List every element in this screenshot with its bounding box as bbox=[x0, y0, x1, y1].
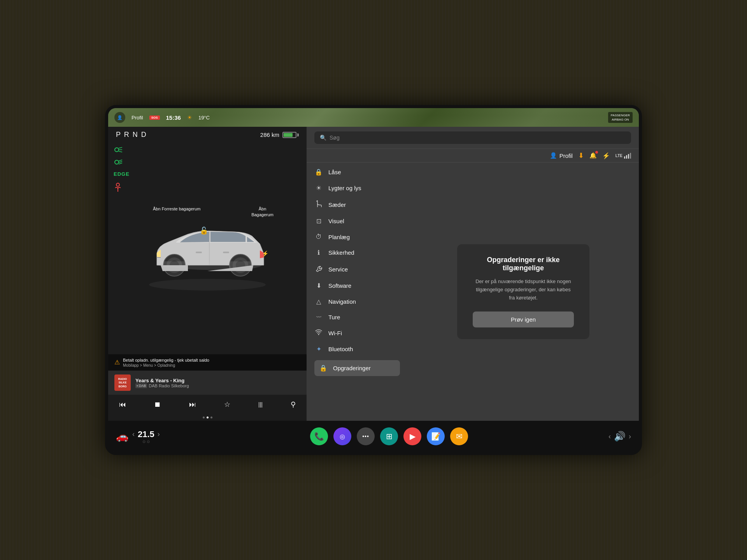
taskbar: 🚗 ‹ 21.5 › ⊙ ⊙ 📞 ◎ ••• bbox=[108, 421, 639, 452]
music-title: Years & Years - King bbox=[135, 378, 300, 383]
visuel-icon: ⊡ bbox=[314, 217, 323, 225]
eq-button[interactable]: ||| bbox=[255, 400, 266, 409]
car-status-icon[interactable]: 🚗 bbox=[116, 430, 128, 443]
saeder-label: Sæder bbox=[328, 201, 346, 208]
taskbar-center: 📞 ◎ ••• ⊞ ▶ 📝 ✉ bbox=[194, 427, 584, 445]
sos-badge: SOS bbox=[149, 116, 160, 120]
saeder-icon bbox=[314, 200, 323, 209]
wifi-icon bbox=[314, 329, 323, 337]
tidal-button[interactable]: ◎ bbox=[333, 427, 351, 445]
next-button[interactable]: ⏭ bbox=[186, 399, 199, 410]
temp-value: 21.5 bbox=[138, 429, 154, 439]
warning-text: Betalt opladn. utilgængelig - tjek ubeta… bbox=[123, 357, 209, 363]
vol-icon[interactable]: 🔊 bbox=[614, 431, 626, 442]
dot-1 bbox=[203, 416, 205, 418]
lygter-label: Lygter og lys bbox=[328, 185, 361, 191]
search-placeholder: Søg bbox=[330, 135, 340, 141]
warning-content: Betalt opladn. utilgængelig - tjek ubeta… bbox=[123, 357, 209, 368]
temp-control: ‹ 21.5 › ⊙ ⊙ bbox=[132, 429, 160, 444]
navigation-icon: △ bbox=[314, 298, 323, 305]
profile-bar: 👤 Profil ⬇ 🔔 ⚡ LTE bbox=[307, 149, 639, 163]
software-icon: ⬇ bbox=[314, 282, 323, 289]
profile-user-icon: 👤 bbox=[550, 152, 557, 159]
screen-button[interactable]: ⊞ bbox=[380, 427, 398, 445]
menu-item-service[interactable]: Service bbox=[307, 261, 408, 278]
lock-icon[interactable]: 🔓 bbox=[200, 226, 208, 235]
seat-icon-left: ⊙ bbox=[142, 439, 146, 444]
menu-item-bluetooth[interactable]: ✦ Bluetooth bbox=[307, 341, 408, 357]
service-label: Service bbox=[328, 266, 348, 273]
music-bar: RADIOSILKEBORG Years & Years - King ▪ DA… bbox=[108, 371, 307, 395]
download-icon: ⬇ bbox=[578, 151, 584, 160]
phone-icon: 📞 bbox=[314, 432, 324, 441]
front-trunk-label[interactable]: Åbn Forreste bagagerum bbox=[153, 206, 200, 212]
menu-item-visuel[interactable]: ⊡ Visuel bbox=[307, 213, 408, 229]
wifi-label: Wi-Fi bbox=[328, 330, 342, 336]
search-music-button[interactable]: ⚲ bbox=[288, 399, 299, 410]
bluetooth-menu-icon: ✦ bbox=[314, 345, 323, 353]
menu-item-lygter[interactable]: ☀ Lygter og lys bbox=[307, 180, 408, 196]
lte-signal: LTE bbox=[615, 153, 631, 159]
menu-item-planlaeg[interactable]: ⏱ Planlæg bbox=[307, 229, 408, 245]
time-display: 15:36 bbox=[166, 114, 181, 121]
menu-item-saeder[interactable]: Sæder bbox=[307, 196, 408, 213]
search-bar-container: 🔍 Søg bbox=[307, 127, 639, 149]
battery-tip bbox=[297, 133, 299, 136]
favorite-button[interactable]: ☆ bbox=[221, 399, 233, 410]
battery-icon bbox=[282, 132, 299, 138]
menu-item-laase[interactable]: 🔒 Låse bbox=[307, 164, 408, 180]
temp-display: 19°C bbox=[198, 115, 210, 121]
vol-arrow-right[interactable]: › bbox=[629, 432, 631, 441]
menu-item-ture[interactable]: 〰 Ture bbox=[307, 310, 408, 325]
taskbar-right: ‹ 🔊 › bbox=[584, 431, 631, 442]
seat-icon-right: ⊙ bbox=[147, 439, 150, 444]
signal-bars bbox=[624, 153, 631, 159]
youtube-button[interactable]: ▶ bbox=[403, 427, 421, 445]
notes-button[interactable]: 📝 bbox=[427, 427, 445, 445]
phone-button[interactable]: 📞 bbox=[310, 427, 328, 445]
dot-3 bbox=[210, 416, 212, 418]
svg-rect-19 bbox=[223, 252, 229, 253]
laase-label: Låse bbox=[328, 169, 341, 175]
vol-arrow-left[interactable]: ‹ bbox=[608, 432, 611, 441]
right-panel: 🔍 Søg 👤 Profil ⬇ 🔔 ⚡ LTE bbox=[307, 127, 639, 421]
menu-item-software[interactable]: ⬇ Software bbox=[307, 278, 408, 294]
prev-button[interactable]: ⏮ bbox=[116, 399, 129, 410]
menu-item-wifi[interactable]: Wi-Fi bbox=[307, 325, 408, 341]
youtube-icon: ▶ bbox=[410, 432, 416, 441]
lock-menu-icon: 🔒 bbox=[314, 168, 323, 176]
taskbar-left: 🚗 ‹ 21.5 › ⊙ ⊙ bbox=[116, 429, 194, 444]
battery-fill bbox=[284, 133, 293, 137]
signal-bar-2 bbox=[626, 155, 627, 159]
profile-label[interactable]: 👤 Profil bbox=[550, 152, 573, 159]
retry-button[interactable]: Prøv igen bbox=[473, 312, 574, 327]
temp-arrow-right[interactable]: › bbox=[158, 430, 160, 438]
music-controls: ⏮ ⏹ ⏭ ☆ ||| ⚲ bbox=[108, 395, 307, 414]
dots-icon: ••• bbox=[362, 433, 369, 439]
menu-item-sikkerhed[interactable]: ℹ Sikkerhed bbox=[307, 245, 408, 261]
stop-button[interactable]: ⏹ bbox=[151, 399, 164, 410]
bell-badge bbox=[595, 151, 598, 154]
car-container: Åbn Forreste bagagerum 🔓 ÅbnBagagerum bbox=[133, 203, 281, 292]
battery-range: 286 km bbox=[260, 131, 279, 138]
screen-icon: ⊞ bbox=[386, 432, 393, 441]
search-input-container[interactable]: 🔍 Søg bbox=[314, 131, 631, 144]
menu-item-navigation[interactable]: △ Navigation bbox=[307, 294, 408, 310]
car-image-area: Åbn Forreste bagagerum 🔓 ÅbnBagagerum bbox=[108, 141, 307, 354]
warning-subtext: Mobilapp > Menu > Opladning bbox=[123, 363, 209, 368]
opgraderinger-label: Opgraderinger bbox=[333, 365, 371, 371]
profile-map-icon[interactable]: 👤 bbox=[114, 112, 125, 123]
rear-trunk-label[interactable]: ÅbnBagagerum bbox=[251, 206, 274, 218]
temp-arrow-left[interactable]: ‹ bbox=[132, 430, 135, 438]
dots-menu-button[interactable]: ••• bbox=[357, 427, 375, 445]
dot-2 bbox=[207, 416, 209, 418]
upgrade-desc: Der er på nuværende tidspunkt ikke nogen… bbox=[473, 278, 574, 302]
screen-bezel: 👤 Profil SOS 15:36 ☀ 19°C PASSENGERAIRBA… bbox=[105, 105, 642, 455]
upgrade-card: Opgraderinger er ikke tilgængelige Der e… bbox=[457, 244, 589, 339]
main-content: P R N D 286 km bbox=[108, 127, 639, 421]
menu-item-opgraderinger[interactable]: 🔒 Opgraderinger bbox=[314, 360, 400, 376]
msg-button[interactable]: ✉ bbox=[450, 427, 468, 445]
upgrade-title: Opgraderinger er ikke tilgængelige bbox=[473, 256, 574, 272]
upgrades-item-wrapper: 🔒 Opgraderinger bbox=[307, 357, 408, 379]
signal-bar-4 bbox=[630, 153, 631, 159]
